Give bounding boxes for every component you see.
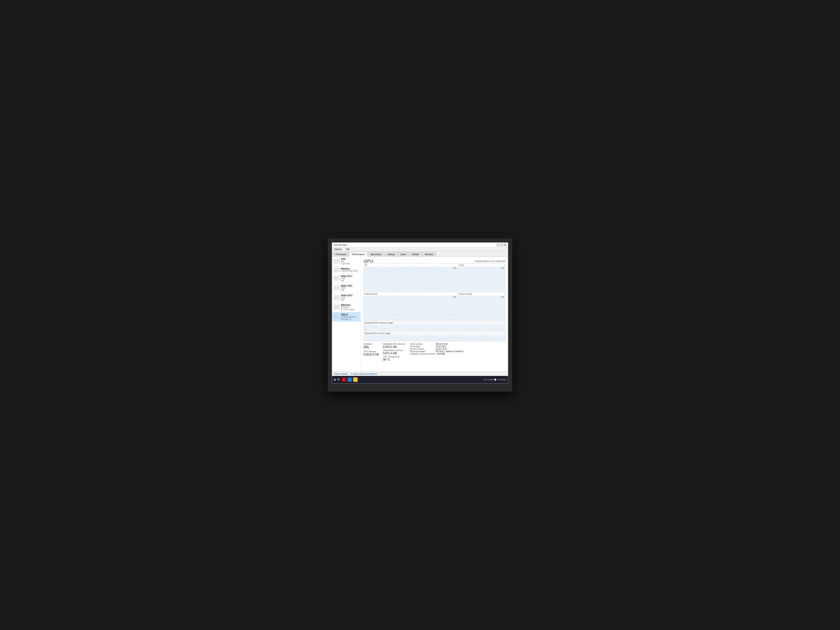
sidebar-item-memory[interactable]: Memory 5,4/14,6 GB (37%) (332, 266, 360, 273)
resource-monitor-icon: ⊙ (351, 373, 352, 375)
title-bar: Task Manager ─ □ ✕ (332, 243, 508, 247)
tab-users[interactable]: Users (398, 252, 409, 256)
clock-icon: 🕐 (494, 379, 496, 381)
disk0-thumb (334, 276, 340, 281)
gpu0-model: NVIDIA GeForce G... (341, 316, 359, 318)
graph-decode-canvas: 0% (458, 295, 505, 320)
cpu-thumb (334, 259, 340, 264)
reserved-val: 84,0 MB (437, 353, 445, 355)
driver-version-val: 30.0.14.7141 (436, 343, 448, 345)
driver-info: Driver version: 30.0.14.7141 Driver date… (410, 343, 464, 361)
taskbar-app-icon[interactable]: ● (342, 377, 346, 382)
taskbar: ⊞ 🔍 ● e 📁 30°C Sunny 🕐 16.08.2021 (332, 376, 508, 383)
cpu-name: CPU (341, 258, 359, 260)
graph-encode-value: 0% (453, 296, 456, 298)
date-label: 16.08.2021 (497, 379, 506, 381)
graph-decode-label: Video Decode (458, 292, 505, 295)
close-button[interactable]: ✕ (504, 243, 507, 246)
graphs-row-1: 3D (363, 263, 505, 291)
directx-val: 12 (FL 12.1) (436, 348, 447, 350)
window-controls: ─ □ ✕ (496, 243, 507, 246)
cpu-usage: 5% (341, 260, 359, 262)
stats-section: Utilization 0% GPU Memory 0,6/10,3 GB De… (363, 343, 505, 361)
graph-copy-value: 0% (501, 267, 504, 269)
driver-date-row: Driver date: 12.07.2021 (410, 345, 464, 347)
sidebar-item-disk2[interactable]: Disk 2 (G:) USB 0% (332, 293, 360, 303)
disk1-thumb (334, 286, 340, 290)
memory-name: Memory (341, 267, 359, 270)
graph-decode: Video Decode 0% (458, 292, 505, 321)
sidebar-item-disk0[interactable]: Disk 0 (C:) SSD 0% (332, 273, 360, 283)
open-resource-monitor-link[interactable]: ⊙ Open Resource Monitor (351, 373, 377, 375)
task-manager-window: Task Manager ─ □ ✕ Options File Processe… (332, 242, 508, 384)
menu-options[interactable]: Options (333, 248, 343, 251)
disk2-type: USB (341, 297, 359, 299)
graph-dedicated-mem: Dedicated GPU memory usage (363, 321, 505, 331)
tab-details[interactable]: Details (409, 252, 422, 256)
menu-file[interactable]: File (345, 248, 351, 251)
fewer-details-link[interactable]: Fewer details (334, 373, 347, 375)
disk1-type: HDD (341, 287, 359, 289)
taskbar-right: 30°C Sunny 🕐 16.08.2021 (483, 379, 506, 381)
driver-date-val: 12.07.2021 (436, 345, 446, 347)
monitor-bezel: Task Manager ─ □ ✕ Options File Processe… (328, 238, 512, 392)
memory-thumb (334, 268, 340, 272)
maximize-button[interactable]: □ (500, 243, 503, 246)
graph-3d: 3D (363, 263, 457, 291)
temp-value: 58 °C (383, 358, 406, 361)
graph-encode-label: Video Encode (364, 292, 457, 295)
graphs-row-2: Video Encode 0% (363, 292, 505, 321)
sidebar-item-disk1[interactable]: Disk 1 (D:) HDD 0% (332, 283, 360, 293)
disk0-type: SSD (341, 277, 359, 279)
gpu0-usage: 0% (58 °C) (341, 318, 359, 321)
utilization-value: 0% (363, 345, 379, 350)
graph-copy: Copy 0% (458, 263, 505, 291)
utilization-label: Utilization (363, 343, 379, 345)
svg-rect-2 (458, 267, 505, 291)
gpu-memory-value: 0,6/10,3 GB (363, 353, 379, 356)
minimize-button[interactable]: ─ (496, 243, 499, 246)
graph-3d-value: 0% (453, 267, 456, 269)
tab-services[interactable]: Services (422, 252, 436, 256)
ethernet-name: Ethernet (341, 304, 359, 306)
taskbar-browser-icon[interactable]: e (347, 377, 352, 382)
disk0-name: Disk 0 (C:) (341, 275, 359, 277)
graph-decode-value: 0% (501, 296, 504, 298)
taskbar-folder-icon[interactable]: 📁 (353, 377, 358, 382)
open-resource-monitor-label: Open Resource Monitor (353, 373, 377, 375)
disk2-name: Disk 2 (G:) (341, 294, 359, 297)
graph-copy-label: Copy (458, 264, 505, 267)
disk0-usage: 0% (341, 279, 359, 282)
shared-value: 0,0/7,3 GB (383, 352, 406, 355)
dedicated-mem-label: Dedicated GPU memory usage (364, 321, 505, 324)
cpu-freq: 3,08 GHz (341, 262, 359, 265)
disk2-usage: 0% (341, 299, 359, 301)
ethernet-thumb (334, 305, 340, 309)
svg-rect-1 (364, 267, 457, 291)
svg-rect-3 (364, 295, 457, 320)
svg-rect-4 (458, 295, 505, 320)
tab-processes[interactable]: Processes (333, 252, 349, 256)
search-icon[interactable]: 🔍 (337, 378, 340, 381)
sidebar-item-cpu[interactable]: CPU 5% 3,08 GHz (332, 257, 360, 266)
tab-performance[interactable]: Performance (349, 252, 367, 257)
disk1-usage: 0% (341, 289, 359, 291)
shared-label: Shared GPU memory: (383, 349, 406, 352)
footer-bar: Fewer details ⊙ Open Resource Monitor (332, 371, 508, 376)
ethernet-type: Ethernet (341, 306, 359, 308)
tab-startup[interactable]: Startup (385, 252, 397, 256)
sidebar-item-ethernet[interactable]: Ethernet Ethernet S: 0 R: 0 Kbps (332, 303, 360, 312)
graph-encode: Video Encode 0% (363, 292, 457, 321)
location-val: PCI bus 1, device 0, function 0 (436, 350, 464, 352)
disk1-name: Disk 1 (D:) (341, 284, 359, 287)
sidebar-item-gpu0[interactable]: GPU 0 NVIDIA GeForce G... 0% (58 °C) (332, 312, 360, 322)
graph-shared-mem: Shared GPU memory usage (363, 332, 505, 341)
weather-label: 30°C Sunny (483, 379, 493, 381)
graph-copy-canvas: 0% (458, 267, 505, 291)
tab-bar: Processes Performance App history Startu… (332, 251, 508, 257)
gpu0-thumb (334, 314, 340, 319)
reserved-row: Hardware reserved memory: 84,0 MB (410, 353, 464, 355)
start-button[interactable]: ⊞ (334, 378, 336, 381)
utilization-stat: Utilization 0% GPU Memory 0,6/10,3 GB (363, 343, 379, 361)
tab-apphistory[interactable]: App history (368, 252, 384, 256)
